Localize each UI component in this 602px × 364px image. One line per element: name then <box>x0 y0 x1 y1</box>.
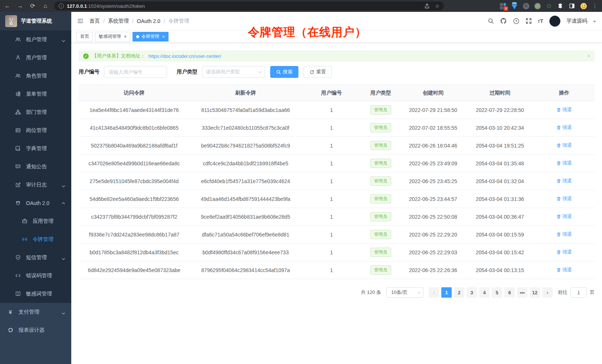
page-button-5[interactable]: 5 <box>492 287 502 298</box>
force-logout-button[interactable]: 强退 <box>556 213 572 220</box>
oauth-icon <box>15 200 21 206</box>
browser-menu-icon[interactable]: ⋮ <box>592 3 598 9</box>
reset-button[interactable]: 重置 <box>304 66 332 78</box>
force-logout-button[interactable]: 强退 <box>556 106 572 113</box>
id-card-icon <box>15 128 21 133</box>
prev-page-button[interactable]: ‹ <box>429 287 439 298</box>
sidebar-item-dept[interactable]: 部门管理 <box>0 103 71 121</box>
user-avatar[interactable] <box>549 16 560 27</box>
header-search-icon[interactable] <box>488 18 494 24</box>
alert-close-icon[interactable]: × <box>587 53 590 59</box>
sidebar-item-tenant[interactable]: 租户管理 <box>0 30 71 49</box>
sidebar-item-oauth2[interactable]: OAuth 2.0 <box>0 194 71 212</box>
force-logout-button[interactable]: 强退 <box>556 231 572 238</box>
page-button-6[interactable]: 6 <box>504 287 515 298</box>
user-name[interactable]: 芋道源码 <box>566 18 587 24</box>
audit-log-icon <box>15 182 21 188</box>
force-logout-button[interactable]: 强退 <box>556 160 572 166</box>
success-check-icon: ✓ <box>83 53 89 59</box>
refresh-token-cell: 49d1aa46d1454fbd87591444423be9fa <box>190 190 302 208</box>
breadcrumb-item[interactable]: OAuth 2.0 <box>137 18 160 24</box>
address-bar[interactable]: i 127.0.0.1:1024/system/oauth2/token ☆ <box>54 1 444 10</box>
doc-link[interactable]: https://doc.iocoder.cn/user-center/ <box>148 53 221 59</box>
page-button-12[interactable]: 12 <box>530 287 540 298</box>
sidebar-item-sensitive[interactable]: 敏感词管理 <box>0 285 71 303</box>
force-logout-button[interactable]: 强退 <box>556 142 572 149</box>
site-info-icon[interactable]: i <box>59 3 64 9</box>
user-id-input[interactable] <box>104 66 167 78</box>
refresh-token-cell: be90422b8c7946218275a508bf524fc9 <box>190 137 302 155</box>
font-size-icon[interactable]: TT <box>538 18 543 24</box>
sidebar-item-pay[interactable]: ¥支付管理 <box>0 303 71 321</box>
tab-令牌管理[interactable]: 令牌管理× <box>132 32 169 42</box>
sidebar-item-label: 短信管理 <box>26 254 47 261</box>
tab-close-icon[interactable]: × <box>162 34 165 39</box>
puzzle-extensions-icon[interactable] <box>557 3 564 9</box>
bookmark-star-icon[interactable]: ☆ <box>435 3 439 9</box>
record-extension-icon[interactable] <box>534 3 541 9</box>
user-type-select[interactable]: 请选择用户类型 <box>202 66 265 78</box>
action-cell: 强退 <box>534 261 595 279</box>
user-menu-caret-icon[interactable] <box>593 21 596 23</box>
user-type-badge: 管理员 <box>370 105 391 115</box>
sidebar-item-report[interactable]: 报表设计器 <box>0 321 71 339</box>
sidebar-item-token[interactable]: 令牌管理 <box>0 230 71 248</box>
create-time-cell: 2022-06-25 23:45:25 <box>400 172 466 190</box>
gem-extension-icon[interactable] <box>511 3 518 9</box>
sidebar-item-audit[interactable]: 审计日志 <box>0 176 71 194</box>
page-button-4[interactable]: 4 <box>479 287 490 298</box>
tab-close-icon[interactable]: × <box>124 34 127 39</box>
tab-敏感词管理[interactable]: 敏感词管理× <box>95 32 130 42</box>
next-page-button[interactable]: › <box>542 287 553 298</box>
breadcrumb-separator: / <box>103 18 105 24</box>
green-star-extension-icon[interactable]: ✩ <box>546 3 552 9</box>
page-size-select[interactable]: 10条/页 <box>386 287 423 298</box>
tab-首页[interactable]: 首页 <box>76 32 93 42</box>
share-icon[interactable] <box>424 3 430 9</box>
side-panel-icon[interactable] <box>569 3 575 9</box>
search-button[interactable]: 搜索 <box>270 66 298 78</box>
goto-page-input[interactable] <box>570 287 587 298</box>
browser-forward-icon[interactable]: → <box>16 3 24 9</box>
command-extension-icon[interactable]: ⌘ <box>523 3 529 9</box>
breadcrumb-separator: / <box>132 18 134 24</box>
sidebar-item-errcode[interactable]: 错误码管理 <box>0 267 71 285</box>
browser-reload-icon[interactable]: ⟳ <box>29 3 36 9</box>
page-button-2[interactable]: 2 <box>454 287 464 298</box>
sidebar-item-notice[interactable]: 通知公告 <box>0 158 71 176</box>
sidebar-collapse-icon[interactable] <box>77 18 84 24</box>
force-logout-button[interactable]: 强退 <box>556 195 572 202</box>
chevron-down-icon <box>258 70 261 73</box>
expire-time-cell: 2054-03-10 20:42:34 <box>466 119 534 137</box>
browser-back-icon[interactable]: ← <box>4 3 11 9</box>
sidebar-item-sms[interactable]: 短信管理 <box>0 248 71 267</box>
trash-icon <box>556 268 561 272</box>
force-logout-button[interactable]: 强退 <box>556 249 572 255</box>
extension-blocks-icon[interactable]: 9 <box>500 3 506 9</box>
expire-time-cell: 2054-03-04 19:51:25 <box>466 137 534 155</box>
trash-icon <box>556 179 561 183</box>
more-pages-button[interactable]: ••• <box>517 287 527 298</box>
sidebar-item-oauth-app[interactable]: 应用管理 <box>0 212 71 230</box>
column-header: 刷新令牌 <box>190 85 302 101</box>
fullscreen-icon[interactable] <box>526 18 532 24</box>
help-icon[interactable]: ? <box>513 18 520 24</box>
tab-label: 首页 <box>80 33 89 40</box>
breadcrumb-item[interactable]: 首页 <box>89 18 100 24</box>
sidebar-item-dict[interactable]: 字典管理 <box>0 139 71 158</box>
sidebar-item-post[interactable]: 岗位管理 <box>0 121 71 139</box>
column-header: 用户编号 <box>301 85 361 101</box>
sidebar-item-menu[interactable]: 菜单管理 <box>0 85 71 103</box>
app-logo[interactable]: 🐰 芋道管理系统 <box>0 12 71 30</box>
force-logout-button[interactable]: 强退 <box>556 124 572 131</box>
sidebar-item-role[interactable]: 角色管理 <box>0 67 71 85</box>
page-button-3[interactable]: 3 <box>467 287 477 298</box>
sidebar-item-user[interactable]: 用户管理 <box>0 49 71 67</box>
force-logout-button[interactable]: 强退 <box>556 267 572 273</box>
force-logout-button[interactable]: 强退 <box>556 178 572 184</box>
page-button-1[interactable]: 1 <box>441 287 452 298</box>
breadcrumb-item[interactable]: 系统管理 <box>108 18 129 24</box>
github-icon[interactable] <box>500 17 507 24</box>
browser-home-icon[interactable]: ⌂ <box>42 3 49 9</box>
emoji-avatar-icon[interactable] <box>580 3 587 9</box>
